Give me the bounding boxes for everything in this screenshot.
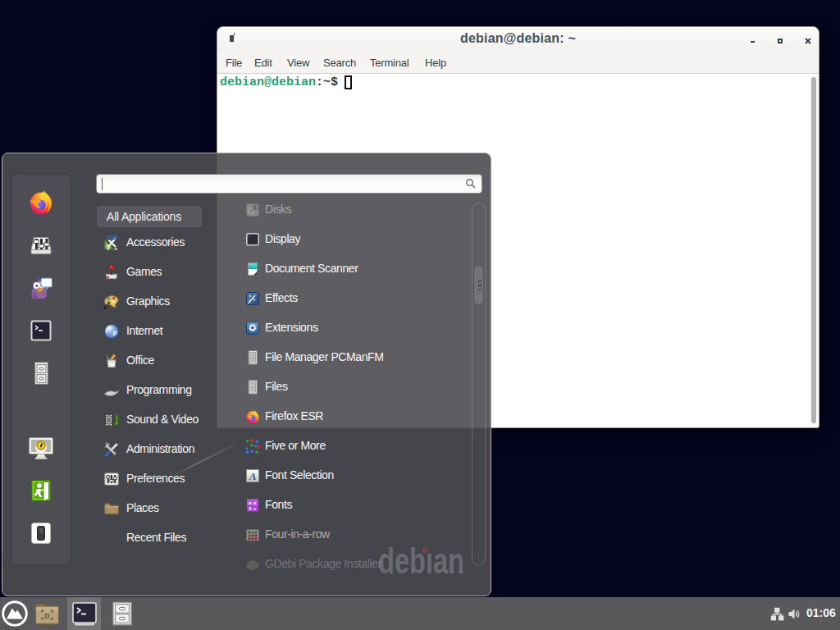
svg-text:a: a: [253, 505, 256, 511]
svg-text:D: D: [44, 612, 50, 620]
svg-text:A: A: [249, 470, 257, 482]
